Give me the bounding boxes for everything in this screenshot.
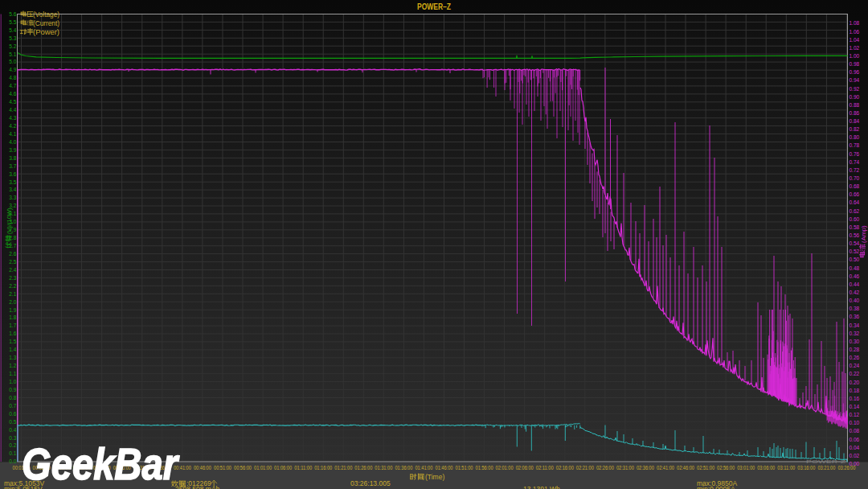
svg-text:1.4: 1.4 [9,347,16,352]
svg-text:4.7: 4.7 [9,83,16,88]
svg-text:0.46: 0.46 [850,273,860,279]
svg-text:min:0.0005A: min:0.0005A [697,485,735,489]
svg-text:01:06:00: 01:06:00 [274,465,292,471]
svg-text:0.02: 0.02 [850,453,860,458]
svg-text:13.1391 Wh: 13.1391 Wh [523,485,560,489]
svg-text:1.9: 1.9 [9,307,16,313]
svg-text:0.5: 0.5 [9,419,16,425]
svg-text:4.8: 4.8 [9,75,16,80]
svg-text:00:56:00: 00:56:00 [234,465,252,471]
svg-text:0.3: 0.3 [9,435,16,441]
svg-text:1.2: 1.2 [9,363,16,368]
svg-text:0.32: 0.32 [850,331,860,336]
svg-text:4.3: 4.3 [9,115,16,121]
svg-text:01:26:00: 01:26:00 [354,465,372,471]
svg-text:1.00: 1.00 [850,53,860,59]
svg-text:03:16:00: 03:16:00 [797,465,815,471]
svg-text:0.40: 0.40 [850,298,860,303]
svg-text:2.0: 2.0 [9,299,16,305]
svg-text:5.6: 5.6 [9,11,16,17]
svg-text:0.98: 0.98 [850,61,860,67]
svg-text:03:26:00: 03:26:00 [837,465,855,471]
svg-text:1.06: 1.06 [850,29,860,35]
svg-text:0.10: 0.10 [850,420,860,425]
svg-text:0.78: 0.78 [850,142,860,148]
svg-text:0.38: 0.38 [850,306,860,311]
svg-text:02:51:00: 02:51:00 [697,465,714,471]
svg-text:(V)/(10W): (V)/(10W) [6,208,13,234]
svg-text:4.0: 4.0 [9,139,16,145]
svg-text:03:26:13.005: 03:26:13.005 [350,479,391,487]
svg-text:02:01:00: 02:01:00 [496,465,514,471]
svg-text:0.34: 0.34 [850,323,860,328]
svg-text:0.52: 0.52 [850,249,860,254]
svg-text:0.12: 0.12 [850,412,860,417]
svg-text:0.70: 0.70 [850,175,860,181]
svg-text:4.4: 4.4 [9,107,16,113]
svg-text:2.3: 2.3 [9,275,16,281]
svg-text:2.6: 2.6 [9,251,16,257]
svg-text:1.5: 1.5 [9,339,16,344]
svg-text:0.62: 0.62 [850,208,860,214]
svg-text:0.26: 0.26 [850,355,860,360]
svg-text:3.7: 3.7 [9,163,16,169]
svg-text:0.66: 0.66 [850,191,860,197]
svg-text:1.04: 1.04 [850,37,860,43]
svg-text:0.88: 0.88 [850,102,860,108]
svg-text:1.02: 1.02 [850,45,860,51]
svg-text:0.0: 0.0 [9,458,16,464]
svg-text:4.9: 4.9 [9,67,16,72]
svg-text:1.0: 1.0 [9,379,16,384]
svg-text:0.08: 0.08 [850,428,860,434]
svg-text:POWER–Z: POWER–Z [417,2,451,11]
svg-text:GeekBar: GeekBar [22,438,180,489]
svg-text:3.5: 3.5 [9,179,16,185]
svg-text:0.48: 0.48 [850,265,860,271]
svg-text:1.7: 1.7 [9,323,16,328]
svg-text:3.2: 3.2 [9,203,16,208]
svg-text:5.2: 5.2 [9,43,16,49]
svg-text:0.1: 0.1 [9,450,16,456]
svg-text:0.74: 0.74 [850,159,860,165]
svg-text:4.1: 4.1 [9,131,16,137]
svg-text:0.68: 0.68 [850,183,860,189]
svg-text:0.4: 0.4 [9,427,16,433]
svg-text:0.06: 0.06 [850,437,860,442]
svg-text:0.82: 0.82 [850,126,860,132]
svg-text:2598.508 mAh: 2598.508 mAh [175,485,220,489]
svg-text:0.90: 0.90 [850,94,860,100]
svg-text:02:41:00: 02:41:00 [657,465,674,471]
svg-text:03:21:00: 03:21:00 [817,465,835,471]
svg-text:5.4: 5.4 [9,27,16,33]
svg-text:0.54: 0.54 [850,240,860,246]
svg-text:0.7: 0.7 [9,403,16,409]
svg-text:0.58: 0.58 [850,224,860,230]
svg-text:0.18: 0.18 [850,388,860,393]
svg-text:0.80: 0.80 [850,134,860,140]
svg-text:0.86: 0.86 [850,110,860,116]
svg-text:0.24: 0.24 [850,363,860,368]
svg-text:1.6: 1.6 [9,331,16,336]
svg-text:0.44: 0.44 [850,281,860,287]
svg-text:00:46:00: 00:46:00 [194,465,211,471]
svg-text:(Time): (Time) [425,473,444,481]
svg-text:0.9: 0.9 [9,387,16,392]
svg-text:01:56:00: 01:56:00 [476,465,493,471]
svg-text:02:31:00: 02:31:00 [616,465,634,471]
svg-text:0.64: 0.64 [850,199,860,205]
svg-text:0.50: 0.50 [850,257,860,262]
svg-text:2.4: 2.4 [9,267,16,273]
svg-text:0.28: 0.28 [850,347,860,352]
svg-text:(Current): (Current) [33,19,59,27]
svg-text:0.2: 0.2 [9,442,16,448]
svg-text:3.4: 3.4 [9,187,16,192]
svg-text:4.5: 4.5 [9,99,16,105]
svg-text:02:56:00: 02:56:00 [717,465,735,471]
svg-text:01:51:00: 01:51:00 [456,465,473,471]
svg-text:5.3: 5.3 [9,35,16,41]
svg-text:01:16:00: 01:16:00 [314,465,332,471]
svg-text:2.2: 2.2 [9,283,16,289]
svg-text:0.6: 0.6 [9,411,16,417]
svg-text:03:06:00: 03:06:00 [757,465,775,471]
svg-text:01:36:00: 01:36:00 [395,465,412,471]
